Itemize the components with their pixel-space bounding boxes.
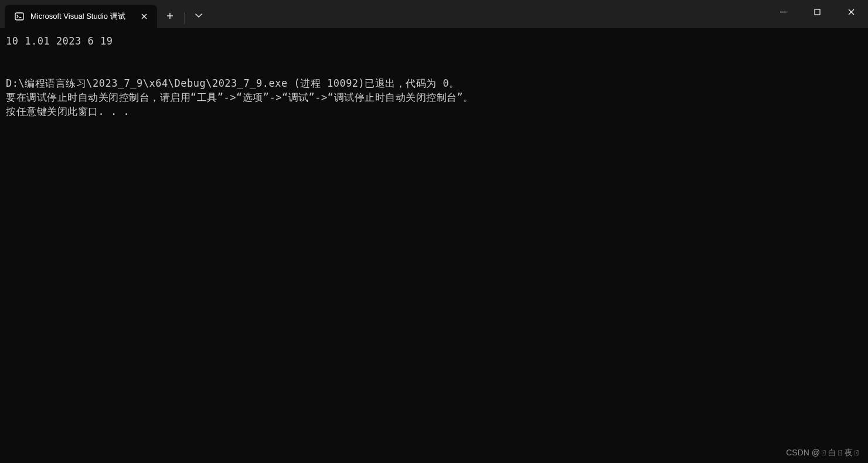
minimize-button[interactable] (766, 0, 800, 23)
watermark: CSDN @ㄖ白ㄖ夜ㄖ (786, 448, 861, 458)
svg-rect-0 (15, 13, 23, 20)
window-controls (766, 0, 868, 28)
terminal-icon (14, 11, 25, 22)
terminal-tab[interactable]: Microsoft Visual Studio 调试 (5, 5, 157, 28)
svg-rect-7 (815, 9, 820, 15)
terminal-output[interactable]: 10 1.01 2023 6 19 D:\编程语言练习\2023_7_9\x64… (0, 28, 868, 124)
maximize-button[interactable] (800, 0, 834, 23)
new-tab-button[interactable] (159, 5, 181, 26)
titlebar: Microsoft Visual Studio 调试 (0, 0, 868, 28)
tab-close-button[interactable] (138, 11, 150, 22)
titlebar-actions (159, 0, 209, 28)
dropdown-button[interactable] (188, 5, 209, 26)
titlebar-left: Microsoft Visual Studio 调试 (0, 0, 209, 28)
close-button[interactable] (834, 0, 868, 23)
divider (184, 12, 185, 24)
tab-title: Microsoft Visual Studio 调试 (30, 11, 125, 22)
